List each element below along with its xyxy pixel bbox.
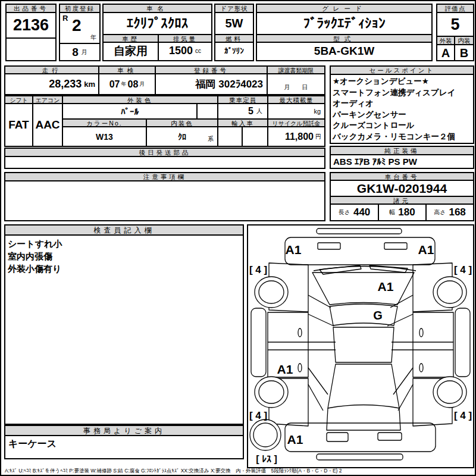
- sales-point-line: オーディオ: [333, 98, 471, 109]
- car-name-box: 車名 ｴｸﾘﾌﾟｽｸﾛｽ 車歴 自家用 排気量 1500 cc: [102, 4, 212, 61]
- info-row2: シフト FAT エアコン AAC 外装色 ﾊﾟｰﾙ カラーNo. 内装色 W13: [4, 95, 325, 147]
- transfer-deadline-cell: 譲渡書類期限 月 日: [268, 67, 324, 94]
- int-color-suffix: 系: [208, 135, 214, 143]
- inspector-comment: シートすれ小: [8, 237, 240, 250]
- displacement-unit: cc: [195, 48, 201, 54]
- sales-point-line: ★オークションデビュー★: [333, 76, 471, 87]
- exterior-label: 外装: [437, 37, 455, 45]
- door-handle: [298, 364, 302, 372]
- grade-label: グレード: [257, 5, 431, 13]
- spare-tire: [250, 419, 281, 450]
- later-parts-box: 後日発送部品: [4, 148, 325, 169]
- car-name-label: 車名: [104, 5, 211, 13]
- recycle-value: 11,800: [285, 131, 314, 142]
- history-value: 自家用: [104, 43, 158, 59]
- dims-height-label: 高さ: [434, 208, 446, 217]
- capacity-label: 乗車定員: [218, 96, 267, 104]
- history-label: 車歴: [104, 35, 158, 43]
- fuel-label: 燃料: [215, 35, 253, 43]
- sales-points-label: セールスポイント: [331, 67, 473, 75]
- transfer-deadline-value: 月 日: [268, 74, 324, 94]
- wheel-rear-left: [255, 377, 288, 408]
- door-handle: [419, 328, 423, 337]
- auction-no-value: 2136: [7, 13, 55, 39]
- mark-rear-tire-right: [ 4 ]: [454, 410, 472, 421]
- model-code-value: 5BA-GK1W: [257, 43, 431, 59]
- inspection-month-unit: 月: [139, 80, 145, 88]
- recycle-unit: 円: [315, 133, 321, 141]
- ext-color-extra-cell: [198, 104, 217, 118]
- tailgate: [327, 408, 400, 430]
- front-bumper: [285, 237, 435, 265]
- import-value-left: [218, 127, 243, 146]
- load-recycle-cell: 最大積載量 kg リサイクル預託金 11,800 円: [268, 96, 324, 146]
- chassis-box: 車台番号 GK1W-0201944 諸元 長さ 440 幅 180 高さ 168: [330, 172, 474, 221]
- history-cell: 車歴 自家用: [104, 35, 159, 60]
- c-pillar-left: [308, 368, 328, 394]
- displacement-value: 1500: [169, 45, 193, 57]
- capacity-value: 5: [248, 106, 253, 117]
- max-load-unit: kg: [314, 108, 321, 115]
- office-box: 事務局よりご案内 キーケース: [4, 425, 244, 459]
- sales-points-box: セールスポイント ★オークションデビュー★ スマートフォン連携ディスプレイ オー…: [330, 65, 474, 144]
- first-reg-month-unit: 月: [82, 48, 87, 57]
- chassis-label: 車台番号: [331, 173, 473, 181]
- model-code-label: 型式: [257, 35, 431, 43]
- shift-label: シフト: [5, 96, 32, 104]
- first-reg-label: 初度登録: [60, 5, 99, 13]
- front-grille-right: [384, 243, 407, 249]
- mileage-value: 28,233: [49, 78, 82, 90]
- exterior-value: A: [437, 45, 455, 61]
- score-box: 評価点 5 外装 内装 A B: [436, 4, 474, 61]
- int-color-cell: ｸﾛ 系: [147, 127, 217, 146]
- dims-width-label: 幅: [389, 208, 395, 217]
- auction-sheet: 出品番号 2136 初度登録 R 2 年 8 月 車名 ｴｸﾘﾌﾟｽｸﾛｽ 車歴…: [0, 0, 476, 476]
- first-reg-month-cell: 8 月: [60, 44, 99, 60]
- mileage-cell: 走行 28,233 km: [5, 67, 99, 94]
- rocker-left: [251, 308, 266, 377]
- rocker-right: [455, 308, 470, 377]
- mark-front-bumper-right: A1: [418, 243, 434, 256]
- shift-cell: シフト FAT: [5, 96, 33, 146]
- door-shape-value: 5W: [215, 13, 253, 35]
- dims-height-value: 168: [449, 206, 465, 218]
- mark-windshield: G: [373, 309, 383, 322]
- inspector-label: 検査員記入欄: [5, 226, 243, 236]
- mark-rear-tire-left: [ 4 ]: [249, 410, 267, 421]
- legend-text: A:ｷｽﾞ U:ﾍｺﾐ B:ｷｽﾞを伴うﾍｺﾐ P:要塗装 W:補修跡 S:錆 …: [5, 468, 474, 475]
- car-diagram-box: A1 A1 [ 4 ] [ 4 ] A1 G A1 [ 4 ] [ 4 ] A1…: [247, 224, 474, 468]
- import-label: 輸入車: [218, 120, 267, 127]
- first-reg-year-unit: 年: [90, 33, 96, 42]
- front-license-bar: [317, 228, 402, 234]
- notes-box: 注意事項欄: [4, 172, 325, 221]
- hood: [312, 273, 414, 305]
- ext-color-value: ﾊﾟｰﾙ: [63, 104, 198, 118]
- mark-hood: A1: [378, 280, 394, 293]
- capacity-import-cell: 乗車定員 5 人 輸入車: [218, 96, 268, 146]
- reg-no-cell: 登録番号 福岡 302ﾗ4023: [156, 67, 268, 94]
- info-row1: 走行 28,233 km 車検 07 年 08 月 登録番号 福岡 302ﾗ40…: [4, 65, 325, 95]
- auction-no-box: 出品番号 2136: [5, 4, 57, 61]
- car-diagram: A1 A1 [ 4 ] [ 4 ] A1 G A1 [ 4 ] [ 4 ] A1…: [248, 226, 473, 467]
- doors-right: [413, 312, 453, 377]
- later-parts-label: 後日発送部品: [5, 149, 324, 157]
- inspector-comment: 室内内張傷: [8, 250, 240, 262]
- mark-left-rear-door: A1: [277, 362, 293, 376]
- int-color-label: 内装色: [147, 120, 217, 127]
- tail-light-left: [327, 433, 348, 441]
- wheel-front-right: [433, 277, 466, 308]
- reg-no-label: 登録番号: [156, 67, 267, 74]
- a-pillar-right: [387, 314, 413, 326]
- a-pillar-left: [308, 314, 334, 326]
- door-handle: [419, 364, 423, 372]
- dims-width-value: 180: [398, 206, 415, 218]
- reg-no-value: 福岡 302ﾗ4023: [156, 74, 267, 94]
- sales-point-line: パーキングセンサー: [333, 109, 471, 121]
- inspector-box: 検査員記入欄 シートすれ小 室内内張傷 外装小傷有り: [4, 224, 244, 425]
- score-value: 5: [437, 13, 473, 37]
- roof: [333, 327, 394, 362]
- c-pillar-left: [308, 384, 323, 411]
- first-reg-month: 8: [72, 46, 79, 59]
- color-no-value: W13: [63, 127, 147, 146]
- mark-rear-bumper: A1: [287, 433, 303, 446]
